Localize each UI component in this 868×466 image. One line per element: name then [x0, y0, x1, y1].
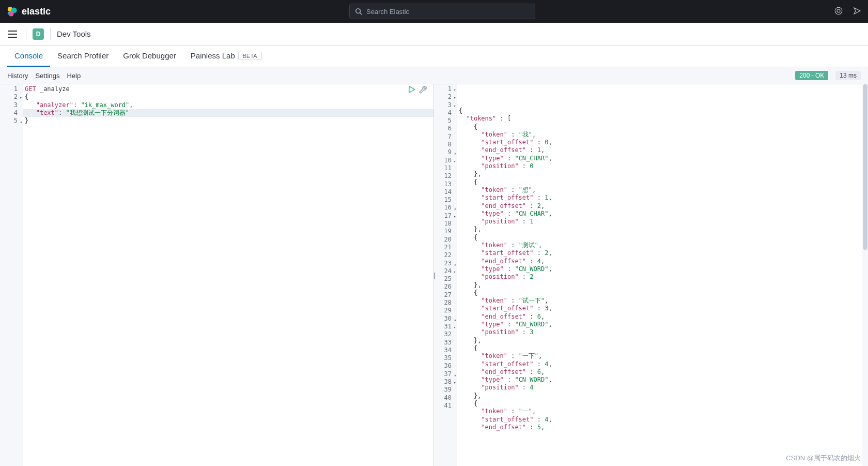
request-gutter: 12345	[0, 84, 23, 466]
settings-link[interactable]: Settings	[35, 72, 59, 80]
divider	[26, 28, 26, 40]
elastic-logo-icon	[6, 6, 18, 17]
help-link[interactable]: Help	[67, 72, 81, 80]
response-scrollbar[interactable]	[862, 84, 868, 466]
tab-grok-debugger[interactable]: Grok Debugger	[116, 46, 183, 67]
search-placeholder: Search Elastic	[366, 8, 409, 16]
response-pane: 1234567891011121314151617181920212223242…	[434, 84, 868, 466]
tab-painless-lab[interactable]: Painless LabBETA	[183, 46, 269, 67]
request-editor[interactable]: GET _analyze{ "analyzer": "ik_max_word",…	[23, 84, 433, 466]
nav-menu-button[interactable]	[5, 27, 20, 41]
watermark: CSDN @属于码农的烟火	[786, 454, 861, 463]
page-title: Dev Tools	[57, 29, 91, 38]
pane-splitter[interactable]: ||	[433, 272, 435, 279]
request-options-button[interactable]	[419, 85, 427, 94]
send-request-button[interactable]	[408, 85, 416, 94]
newsfeed-icon[interactable]	[853, 6, 862, 17]
tab-search-profiler[interactable]: Search Profiler	[50, 46, 116, 67]
svg-point-7	[837, 9, 840, 12]
space-letter: D	[36, 31, 41, 38]
response-viewer[interactable]: { "tokens" : [ { "token" : "我", "start_o…	[457, 84, 868, 466]
request-pane: 12345 GET _analyze{ "analyzer": "ik_max_…	[0, 84, 434, 466]
response-time-badge: 13 ms	[835, 71, 861, 80]
global-search-input[interactable]: Search Elastic	[349, 4, 535, 19]
response-status-badge: 200 - OK	[795, 71, 828, 80]
help-icon[interactable]	[834, 6, 843, 17]
brand-logo[interactable]: elastic	[6, 6, 51, 17]
devtools-tabs: ConsoleSearch ProfilerGrok DebuggerPainl…	[0, 46, 868, 67]
svg-point-4	[356, 9, 361, 13]
svg-marker-11	[409, 86, 415, 93]
history-link[interactable]: History	[7, 72, 28, 80]
breadcrumb-bar: D Dev Tools	[0, 23, 868, 46]
beta-badge: BETA	[238, 52, 262, 60]
wrench-icon	[419, 85, 427, 94]
brand-text: elastic	[22, 6, 51, 17]
space-selector[interactable]: D	[33, 28, 44, 40]
top-nav-bar: elastic Search Elastic	[0, 0, 868, 23]
tab-console[interactable]: Console	[7, 46, 50, 67]
divider	[50, 28, 51, 40]
hamburger-icon	[8, 31, 17, 38]
play-icon	[408, 85, 416, 94]
svg-point-3	[8, 12, 11, 15]
console-toolbar: History Settings Help 200 - OK 13 ms	[0, 67, 868, 84]
search-icon	[355, 8, 362, 15]
svg-point-6	[835, 7, 842, 14]
editor-area: 12345 GET _analyze{ "analyzer": "ik_max_…	[0, 84, 868, 466]
svg-line-5	[360, 13, 362, 15]
response-gutter: 1234567891011121314151617181920212223242…	[434, 84, 457, 466]
